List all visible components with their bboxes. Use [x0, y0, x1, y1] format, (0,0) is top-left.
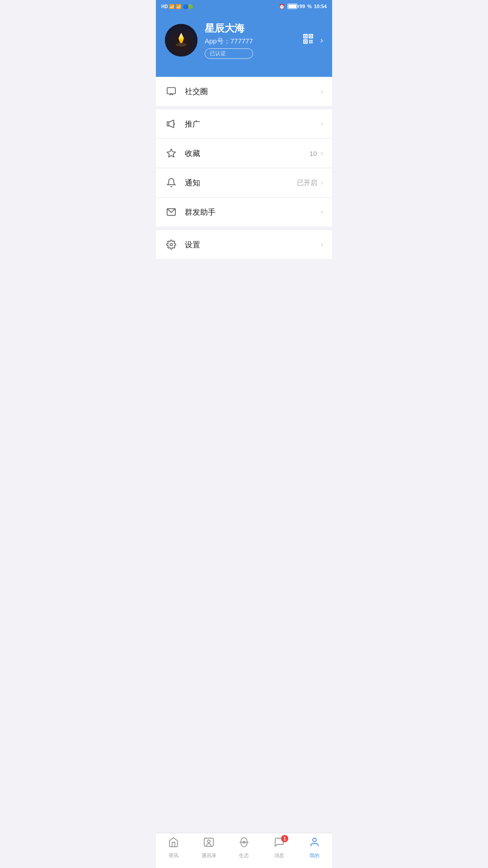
menu-section-2: 推广 › 收藏 10 › 通知 已开启 › 群发助手 — [156, 109, 332, 226]
menu-item-broadcast[interactable]: 群发助手 › — [156, 198, 332, 226]
svg-rect-8 — [311, 40, 313, 41]
time-display: 10:54 — [314, 4, 327, 9]
status-left: HD 📶 📶 🔵🟢 — [161, 4, 193, 9]
menu-divider-2 — [156, 226, 332, 230]
promote-chevron-icon: › — [321, 120, 323, 128]
svg-rect-12 — [167, 122, 169, 126]
profile-header[interactable]: 星辰大海 App号：777777 已认证 › — [156, 13, 332, 77]
social-label: 社交圈 — [185, 86, 321, 97]
svg-marker-13 — [167, 149, 175, 157]
svg-point-15 — [170, 243, 173, 246]
status-bar: HD 📶 📶 🔵🟢 ⏰ 99% 10:54 — [156, 0, 332, 13]
menu-item-notify[interactable]: 通知 已开启 › — [156, 168, 332, 198]
notify-chevron-icon: › — [321, 179, 323, 187]
bell-icon — [165, 176, 178, 189]
settings-chevron-icon: › — [321, 241, 323, 249]
settings-label: 设置 — [185, 240, 321, 250]
profile-info: 星辰大海 App号：777777 已认证 — [205, 22, 253, 59]
svg-rect-11 — [167, 88, 175, 94]
chat-square-icon — [165, 85, 178, 98]
favorites-label: 收藏 — [185, 148, 310, 159]
promote-label: 推广 — [185, 119, 321, 129]
menu-item-social[interactable]: 社交圈 › — [156, 77, 332, 106]
gear-icon — [165, 238, 178, 251]
menu-item-favorites[interactable]: 收藏 10 › — [156, 139, 332, 168]
profile-left: 星辰大海 App号：777777 已认证 — [165, 22, 253, 59]
status-right: ⏰ 99% 10:54 — [279, 4, 327, 9]
avatar — [165, 24, 197, 57]
menu-item-promote[interactable]: 推广 › — [156, 109, 332, 139]
content-space — [156, 259, 332, 349]
profile-right[interactable]: › — [302, 33, 323, 47]
hd-label: HD — [161, 4, 168, 9]
battery-icon — [287, 4, 297, 9]
favorites-chevron-icon: › — [321, 149, 323, 157]
wifi-icon: 📶 — [176, 4, 181, 9]
svg-rect-5 — [305, 41, 306, 42]
mail-icon — [165, 206, 178, 218]
menu-divider-1 — [156, 106, 332, 109]
social-chevron-icon: › — [321, 87, 323, 95]
svg-rect-9 — [309, 42, 310, 43]
notify-value: 已开启 — [297, 179, 317, 187]
menu-section-3: 设置 › — [156, 230, 332, 259]
favorites-value: 10 — [310, 150, 317, 157]
app-icons: 🔵🟢 — [183, 4, 193, 9]
star-icon — [165, 147, 178, 160]
signal-icons: 📶 — [169, 4, 174, 9]
broadcast-label: 群发助手 — [185, 207, 321, 217]
notify-label: 通知 — [185, 178, 297, 188]
alarm-icon: ⏰ — [279, 4, 285, 9]
profile-chevron-icon[interactable]: › — [320, 36, 323, 45]
menu-item-settings[interactable]: 设置 › — [156, 230, 332, 259]
promote-icon — [165, 118, 178, 130]
qr-code-icon[interactable] — [302, 33, 314, 47]
svg-rect-3 — [305, 35, 306, 37]
broadcast-chevron-icon: › — [321, 208, 323, 216]
menu-section-1: 社交圈 › — [156, 77, 332, 106]
svg-rect-10 — [311, 42, 313, 43]
svg-rect-4 — [310, 35, 311, 37]
svg-rect-7 — [309, 40, 310, 41]
profile-name: 星辰大海 — [205, 22, 253, 35]
battery-percent: 99 — [300, 4, 305, 9]
profile-appid: App号：777777 — [205, 37, 253, 46]
profile-verified-badge: 已认证 — [205, 48, 253, 59]
